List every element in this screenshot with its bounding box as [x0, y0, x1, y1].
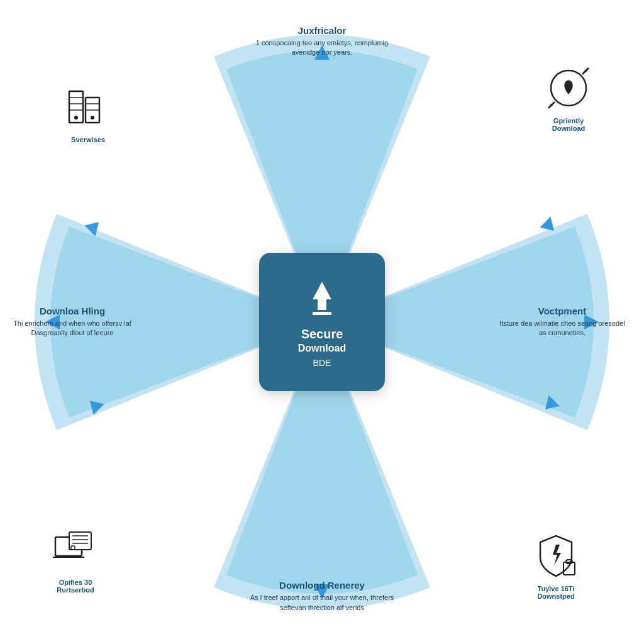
top-body: 1 conspocaing teo any emietys, complumig… — [247, 38, 397, 58]
bottom-right-label: Tuyive 16Ti Downstped — [531, 585, 581, 600]
top-text-block: Juxfricalor 1 conspocaing teo any emiety… — [247, 25, 397, 58]
bottom-text-block: Downlogd Renerey As I treef apport anl o… — [247, 580, 397, 613]
bottom-right-icon: Tuyive 16Ti Downstped — [531, 531, 581, 581]
center-title: Secure — [298, 326, 346, 342]
svg-point-16 — [91, 116, 94, 119]
center-subtitle: Download — [298, 342, 346, 355]
svg-rect-24 — [69, 532, 91, 550]
center-card-text: Secure Download BDE — [298, 326, 346, 369]
center-badge: BDE — [298, 357, 346, 369]
top-left-icon: Sverwises — [63, 82, 113, 132]
download-arrow-icon — [300, 275, 344, 319]
bottom-title: Downlogd Renerey — [247, 580, 397, 591]
diagram-container: Sverwises Gpriently Download Opifies 30 … — [0, 0, 644, 644]
svg-marker-29 — [553, 545, 561, 565]
bottom-left-label: Opifies 30 Rurtserbod — [50, 579, 101, 594]
bottom-left-icon: Opifies 30 Rurtserbod — [50, 525, 101, 575]
top-left-label: Sverwises — [63, 136, 113, 143]
left-title: Downloa Hling — [6, 306, 138, 316]
bottom-body: As I treef apport anl of thail your when… — [247, 593, 397, 613]
center-card: Secure Download BDE — [259, 253, 385, 391]
svg-point-15 — [74, 116, 78, 119]
top-right-label: Gpriently Download — [543, 117, 594, 132]
svg-marker-32 — [313, 282, 331, 310]
top-right-icon: Gpriently Download — [543, 63, 594, 113]
top-title: Juxfricalor — [247, 25, 397, 36]
left-text-block: Downloa Hling Thi enrichors and when who… — [6, 306, 138, 338]
right-title: Voctpment — [499, 306, 625, 316]
svg-rect-33 — [313, 312, 331, 315]
right-body: Itsture dea wiliriatie cheo seong oresod… — [499, 319, 625, 338]
left-body: Thi enrichors and when who olfersv laf D… — [6, 319, 138, 338]
right-text-block: Voctpment Itsture dea wiliriatie cheo se… — [499, 306, 625, 338]
